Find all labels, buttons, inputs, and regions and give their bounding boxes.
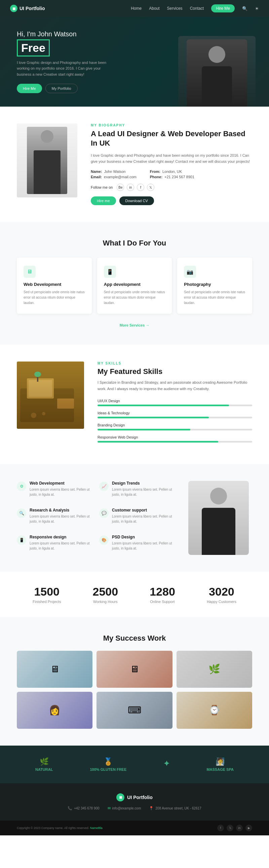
about-details-left: Name: John Watson Email: example@mail.co… <box>91 169 137 179</box>
portfolio-item-3[interactable]: 👩 <box>17 692 92 729</box>
feature-desc-0: Lorem ipsum viverra libero set. Pellen u… <box>30 487 92 497</box>
portfolio-item-0[interactable]: 🖥 <box>17 651 92 688</box>
social-behance[interactable]: Be <box>117 184 124 191</box>
hero-greeting: Hi, I'm John Watson <box>17 30 252 38</box>
svg-point-5 <box>31 413 36 418</box>
nav-home[interactable]: Home <box>131 6 142 11</box>
service-name-1: App development <box>104 282 166 287</box>
skill-track-2 <box>97 429 252 431</box>
name-value: John Watson <box>104 169 126 174</box>
footer-location-icon: 📍 <box>149 806 154 810</box>
social-twitter[interactable]: 𝕏 <box>147 184 154 191</box>
brand-1: 🏅 100% GLUTEN FREE <box>90 757 126 772</box>
svg-rect-1 <box>20 389 74 422</box>
feature-icon-0: ⚙ <box>17 482 26 491</box>
features-grid: ⚙ Web Development Lorem ipsum viverra li… <box>17 481 175 555</box>
stat-label-2: Online Support <box>150 600 175 604</box>
svg-point-6 <box>42 412 46 415</box>
service-icon-1: 📱 <box>104 266 116 278</box>
footer-contact-1: ✉ info@example.com <box>108 806 141 810</box>
brand-3: 🧖 MASSAGE SPA <box>206 757 233 772</box>
features-image <box>185 481 252 555</box>
footer-social-facebook[interactable]: f <box>217 825 224 831</box>
portfolio-item-1[interactable]: 🖥 <box>96 651 172 688</box>
feature-desc-2: Lorem ipsum viverra libero set. Pellen u… <box>30 514 92 524</box>
services-grid: 🖥 Web Development Sed ut perspiciatis un… <box>17 258 252 314</box>
social-facebook[interactable]: f <box>137 184 144 191</box>
footer-social-youtube[interactable]: ▶ <box>245 825 252 831</box>
service-card-0: 🖥 Web Development Sed ut perspiciatis un… <box>17 258 92 314</box>
brand-icon-2: ✦ <box>163 760 170 768</box>
skills-section: MY SKILLS My Featured Skills I Specializ… <box>0 345 269 464</box>
footer-contact-0: 📞 +42 345 678 900 <box>67 806 99 810</box>
more-services-link[interactable]: More Services → <box>120 323 150 327</box>
about-person-figure <box>27 127 67 194</box>
email-value: example@mail.com <box>104 175 137 179</box>
portfolio-item-2[interactable]: 🌿 <box>177 651 252 688</box>
skills-content: MY SKILLS My Featured Skills I Specializ… <box>97 362 252 447</box>
feature-item-2: 🔍 Research & Analysis Lorem ipsum viverr… <box>17 508 92 528</box>
svg-rect-7 <box>37 375 38 382</box>
service-card-2: 📷 Photography Sed ut perspiciatis unde o… <box>177 258 252 314</box>
skill-fill-2 <box>97 429 190 431</box>
navbar-logo: ▣ UI Portfolio <box>10 5 45 12</box>
nav-about[interactable]: About <box>149 6 159 11</box>
search-icon[interactable]: 🔍 <box>242 6 247 11</box>
about-cv-btn[interactable]: Download CV <box>119 196 154 205</box>
hero-hire-btn[interactable]: Hire Me <box>17 84 42 93</box>
skill-track-3 <box>97 441 252 442</box>
footer-social-linkedin[interactable]: in <box>236 825 243 831</box>
stat-number-2: 1280 <box>150 585 175 598</box>
skill-label-2: Branding Design <box>97 423 252 427</box>
skill-track-1 <box>97 417 252 418</box>
portfolio-section: My Success Work 🖥 🖥 🌿 👩 ⌨ ⌚ <box>0 617 269 746</box>
stat-3: 3020 Happy Customers <box>207 585 236 604</box>
skill-fill-1 <box>97 417 209 418</box>
footer-phone: +42 345 678 900 <box>74 806 99 810</box>
skills-image <box>17 362 84 429</box>
stat-label-3: Happy Customers <box>207 600 236 604</box>
footer-brand-link[interactable]: NameBla <box>90 826 102 830</box>
brand-name-1: 100% GLUTEN FREE <box>90 768 126 772</box>
about-image <box>17 123 77 197</box>
email-label: Email: <box>91 175 102 179</box>
portfolio-item-5[interactable]: ⌚ <box>177 692 252 729</box>
nav-contact[interactable]: Contact <box>190 6 204 11</box>
feature-name-4: Responsive design <box>30 535 92 539</box>
skill-fill-3 <box>97 441 218 442</box>
footer-email: info@example.com <box>112 806 141 810</box>
nav-hire-btn[interactable]: Hire Me <box>211 4 235 12</box>
logo-icon: ▣ <box>10 5 18 12</box>
service-desc-0: Sed ut perspiciatis unde omnis iste natu… <box>24 289 85 306</box>
feature-item-5: 🎨 PSD Design Lorem ipsum viverra libero … <box>99 535 175 555</box>
feature-item-1: 📈 Design Trends Lorem ipsum viverra libe… <box>99 481 175 501</box>
nav-services[interactable]: Services <box>167 6 183 11</box>
about-hire-btn[interactable]: Hire me <box>91 196 116 205</box>
phone-value: +21 234 567 8901 <box>165 175 195 179</box>
footer-social-twitter[interactable]: 𝕏 <box>227 825 233 831</box>
social-linkedin[interactable]: in <box>127 184 134 191</box>
svg-rect-0 <box>17 362 84 429</box>
feature-item-3: 💬 Customer support Lorem ipsum viverra l… <box>99 508 175 528</box>
hero-portfolio-btn[interactable]: My Portfolio <box>46 84 78 93</box>
stat-0: 1500 Finished Projects <box>33 585 61 604</box>
portfolio-item-4[interactable]: ⌨ <box>96 692 172 729</box>
feature-name-5: PSD Design <box>112 535 175 539</box>
svg-rect-3 <box>29 380 52 397</box>
skills-description: I Specialize in Branding and Strategy, a… <box>97 379 252 392</box>
service-icon-2: 📷 <box>184 266 196 278</box>
from-label: From: <box>150 169 160 174</box>
about-details-right: From: London, UK Phone: +21 234 567 8901 <box>150 169 195 179</box>
svg-point-8 <box>34 372 41 377</box>
portfolio-icon-4: ⌨ <box>96 692 172 729</box>
name-label: Name: <box>91 169 102 174</box>
services-title: What I Do For You <box>17 239 252 248</box>
about-content: MY BIOGRAPHY A Lead UI Designer & Web De… <box>91 123 252 206</box>
brand-icon-3: 🧖 <box>206 757 233 766</box>
theme-icon[interactable]: ☀ <box>255 6 259 11</box>
stat-number-3: 3020 <box>207 585 236 598</box>
feature-desc-5: Lorem ipsum viverra libero set. Pellen u… <box>112 541 175 551</box>
footer-email-icon: ✉ <box>108 806 111 810</box>
skill-label-3: Responsive Web Design <box>97 435 252 439</box>
skills-section-label: MY SKILLS <box>97 362 252 365</box>
